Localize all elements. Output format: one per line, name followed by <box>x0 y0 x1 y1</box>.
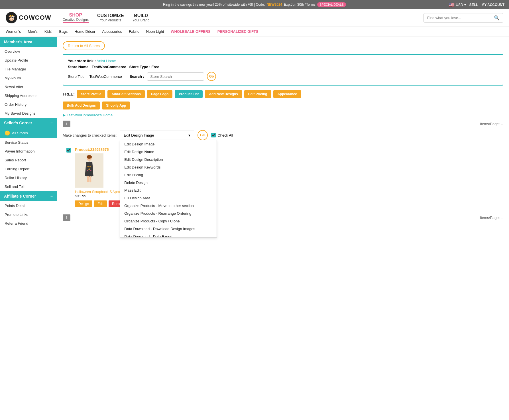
nav-shop[interactable]: SHOP Creative Designs <box>63 13 89 23</box>
sidebar-item-overview[interactable]: Overview <box>0 47 57 56</box>
affiliates-corner-header[interactable]: Affiliate's Corner − <box>0 191 57 201</box>
nav-customize[interactable]: CUSTOMIZE Your Products <box>97 13 124 22</box>
flag-icon: 🇺🇸 <box>449 2 455 7</box>
cat-fabric[interactable]: Fabric <box>129 29 139 34</box>
sidebar-item-shipping[interactable]: Shipping Addresses <box>0 91 57 100</box>
edit-pricing-button[interactable]: Edit Pricing <box>244 90 271 98</box>
affiliates-corner-toggle: − <box>50 194 53 198</box>
cat-accessories[interactable]: Accessories <box>102 29 122 34</box>
sidebar-item-dollar-history[interactable]: Dollar History <box>0 173 57 182</box>
page-number-top: 1 <box>63 121 70 127</box>
search-label: Search : <box>130 74 144 79</box>
product-list-button[interactable]: Product List <box>175 90 203 98</box>
nav-build[interactable]: BUILD Your Brand <box>133 13 150 22</box>
header-search-bar[interactable]: 🔍 <box>424 13 503 23</box>
cat-mens[interactable]: Men's <box>28 29 38 34</box>
header: 🐮 COWCOW SHOP Creative Designs CUSTOMIZE… <box>0 9 509 27</box>
content-area: Return to All Stores Your store link : A… <box>57 37 509 265</box>
sidebar-item-sell-and-tell[interactable]: Sell and Tell <box>0 182 57 191</box>
special-deals-badge[interactable]: SPECIAL DEALS <box>317 2 346 7</box>
sidebar-item-order-history[interactable]: Order History <box>0 100 57 109</box>
items-per-page-label-bottom: Items/Page: <box>480 216 500 220</box>
sidebar-item-payee-info[interactable]: Payee Information <box>0 147 57 156</box>
dropdown-item-0[interactable]: Edit Design Image <box>120 140 217 148</box>
sidebar-item-newsletter[interactable]: NewsLetter <box>0 82 57 91</box>
header-search-input[interactable] <box>427 16 494 20</box>
dropdown-item-9[interactable]: Organize Products - Rearrange Ordering <box>120 210 217 217</box>
return-to-all-stores-button[interactable]: Return to All Stores <box>63 41 105 50</box>
store-title-label: Store Title : <box>68 74 87 79</box>
sidebar-item-earning-report[interactable]: Earning Report <box>0 165 57 173</box>
sellers-corner-header[interactable]: Seller's Corner − <box>0 118 57 128</box>
nav-shop-main: SHOP <box>63 13 89 18</box>
pacman-icon: 🟡 <box>5 130 10 136</box>
shopify-app-button[interactable]: Shopify App <box>102 102 130 109</box>
cat-home-decor[interactable]: Home Décor <box>74 29 95 34</box>
bulk-add-designs-button[interactable]: Bulk Add Designs <box>63 102 100 109</box>
sidebar-item-points-detail[interactable]: Points Detail <box>0 201 57 210</box>
cat-personalized[interactable]: PERSONALIZED GIFTS <box>217 29 258 34</box>
cat-womens[interactable]: Women's <box>6 29 21 34</box>
store-link[interactable]: Artist Home <box>97 59 116 63</box>
sidebar-item-refer-friend[interactable]: Refer a Friend <box>0 219 57 228</box>
sidebar-item-all-stores[interactable]: 🟡 All Stores ... <box>0 128 57 138</box>
dropdown-wrapper: Edit Design Image ▾ Edit Design Image Ed… <box>120 131 194 140</box>
announcement-text: Ring in the savings this new year! 25% o… <box>163 3 265 7</box>
store-name-value: TestWooCommerce <box>92 65 126 69</box>
check-all-checkbox[interactable] <box>211 133 216 137</box>
dropdown-item-5[interactable]: Delete Design <box>120 179 217 186</box>
dropdown-item-3[interactable]: Edit Design Keywords <box>120 163 217 171</box>
edit-button[interactable]: Edit <box>94 200 107 207</box>
dropdown-item-8[interactable]: Organize Products - Move to other sectio… <box>120 202 217 210</box>
top-right-bar: 🇺🇸 USD ▾ SELL MY ACCOUNT <box>449 2 504 7</box>
cat-bags[interactable]: Bags <box>59 29 68 34</box>
my-account-link[interactable]: MY ACCOUNT <box>481 3 504 7</box>
sidebar-item-file-manager[interactable]: File Manager <box>0 65 57 74</box>
dropdown-item-4[interactable]: Edit Pricing <box>120 171 217 179</box>
dropdown-scrollable[interactable]: Edit Design Image Edit Design Name Edit … <box>120 140 217 237</box>
sidebar: Member's Area − Overview Update Profile … <box>0 37 57 265</box>
sidebar-item-promote-links[interactable]: Promote Links <box>0 210 57 219</box>
logo[interactable]: 🐮 COWCOW <box>6 12 51 23</box>
dropdown-item-7[interactable]: Fill Design Area <box>120 194 217 202</box>
dropdown-item-11[interactable]: Data Download - Download Design Images <box>120 225 217 233</box>
currency-selector[interactable]: 🇺🇸 USD ▾ <box>449 2 466 7</box>
dropdown-item-6[interactable]: Mass Edit <box>120 186 217 194</box>
search-icon[interactable]: 🔍 <box>494 15 500 21</box>
add-edit-sections-button[interactable]: Add/Edit Sections <box>107 90 145 98</box>
sidebar-item-saved-designs[interactable]: My Saved Designs <box>0 109 57 118</box>
members-area-header[interactable]: Member's Area − <box>0 37 57 47</box>
page-logo-button[interactable]: Page Logo <box>147 90 172 98</box>
store-link-label: Your store link : <box>68 59 96 63</box>
store-search-input[interactable] <box>147 72 204 81</box>
store-search-go-button[interactable]: Go <box>207 72 216 81</box>
dropdown-item-12[interactable]: Data Download - Data Export <box>120 233 217 237</box>
members-area-toggle: − <box>50 40 53 44</box>
sidebar-item-my-album[interactable]: My Album <box>0 74 57 82</box>
sidebar-item-sales-report[interactable]: Sales Report <box>0 156 57 165</box>
svg-point-2 <box>87 166 89 168</box>
sidebar-item-update-profile[interactable]: Update Profile <box>0 56 57 65</box>
store-name-row: Store Name : TestWooCommerce Store Type … <box>68 65 498 69</box>
product-image <box>75 153 103 188</box>
affiliates-corner-label: Affiliate's Corner <box>4 194 36 198</box>
store-profile-button[interactable]: Store Profile <box>77 90 105 98</box>
add-new-designs-button[interactable]: Add New Designs <box>205 90 242 98</box>
dropdown-item-10[interactable]: Organize Products - Copy / Clone <box>120 217 217 225</box>
dropdown-trigger[interactable]: Edit Design Image ▾ <box>120 131 194 140</box>
bulk-go-button[interactable]: GO <box>198 130 208 140</box>
appearance-button[interactable]: Appearance <box>273 90 301 98</box>
cat-wholesale[interactable]: WHOLESALE OFFERS <box>171 29 210 34</box>
product-checkbox[interactable] <box>66 148 71 153</box>
design-button[interactable]: Design <box>75 200 92 207</box>
dropdown-item-1[interactable]: Edit Design Name <box>120 148 217 156</box>
dropdown-item-2[interactable]: Edit Design Description <box>120 156 217 163</box>
store-link-row: Your store link : Artist Home <box>68 59 498 63</box>
category-nav: Women's Men's Kids' Bags Home Décor Acce… <box>0 27 509 37</box>
cat-neon-light[interactable]: Neon Light <box>146 29 164 34</box>
cat-kids[interactable]: Kids' <box>44 29 52 34</box>
sell-link[interactable]: SELL <box>469 3 478 7</box>
sidebar-item-service-status[interactable]: Service Status <box>0 138 57 147</box>
store-home-link[interactable]: ▶ TestWooCommerce's Home <box>63 113 503 117</box>
svg-rect-8 <box>89 176 91 182</box>
